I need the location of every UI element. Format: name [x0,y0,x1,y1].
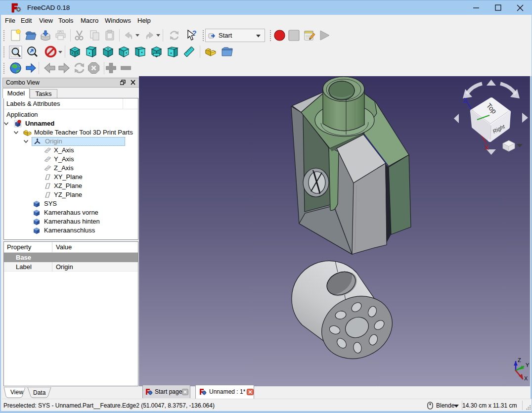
svg-text:Data: Data [33,389,46,396]
svg-text:Z: Z [463,96,467,104]
svg-text:?: ? [192,29,197,37]
svg-text:X: X [485,144,489,151]
svg-text:View: View [10,389,23,396]
svg-text:Y: Y [526,362,530,368]
svg-text:X: X [524,375,528,381]
svg-text:Z: Z [518,357,521,363]
